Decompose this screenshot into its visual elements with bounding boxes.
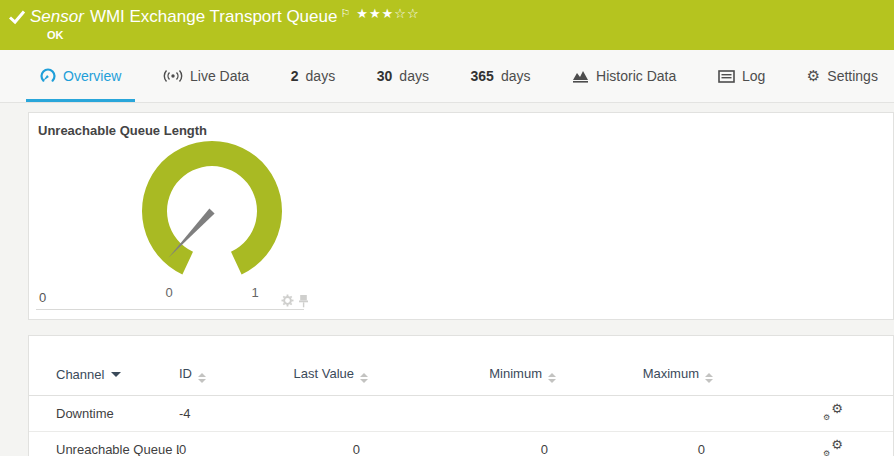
flag-icon[interactable]: ⚐	[340, 7, 350, 20]
tab-settings[interactable]: ⚙ Settings	[793, 50, 892, 102]
channel-table-panel: Channel ID Last Value Minimum Maximum	[28, 335, 894, 456]
channel-settings-gears-icon[interactable]: ⚙ ⚙	[823, 440, 843, 456]
sort-icon	[198, 373, 206, 383]
gauge-needle	[168, 209, 214, 258]
column-header-channel-label: Channel	[56, 367, 104, 382]
column-header-id-label: ID	[179, 366, 192, 381]
unreachable-queue-length-gauge: 0 1	[112, 136, 312, 304]
channel-last-value	[274, 396, 374, 432]
pin-icon[interactable]	[298, 294, 309, 308]
channel-settings-gears-icon[interactable]: ⚙ ⚙	[823, 404, 843, 420]
sensor-status-header: Sensor WMI Exchange Transport Queue ⚐ ★★…	[0, 0, 894, 50]
gauge-arc	[142, 141, 282, 274]
tab-30-days[interactable]: 30 days	[363, 50, 443, 102]
tab-30-days-label: days	[399, 68, 429, 84]
tab-log[interactable]: Log	[704, 50, 779, 102]
channel-minimum: 0	[374, 432, 562, 456]
column-header-minimum[interactable]: Minimum	[374, 336, 562, 396]
column-header-minimum-label: Minimum	[489, 366, 542, 381]
channel-last-value: 0	[274, 432, 374, 456]
channel-maximum	[562, 396, 719, 432]
tab-365-days[interactable]: 365 days	[457, 50, 545, 102]
channel-table: Channel ID Last Value Minimum Maximum	[29, 336, 894, 456]
gauge-footer-divider	[36, 309, 304, 310]
tab-live-data-label: Live Data	[190, 68, 249, 84]
status-badge: OK	[47, 29, 64, 41]
sort-icon	[360, 373, 368, 383]
stars-filled[interactable]: ★★★	[356, 6, 394, 21]
gauge-scale-min: 0	[165, 285, 172, 300]
column-header-actions	[719, 336, 894, 396]
widget-gear-icon[interactable]	[281, 294, 294, 307]
tab-2-days-number: 2	[291, 68, 299, 84]
channel-name[interactable]: Unreachable Queue Len...	[29, 432, 179, 456]
sort-desc-icon	[111, 372, 121, 377]
gauge-icon	[40, 68, 56, 84]
tab-overview-label: Overview	[63, 68, 121, 84]
tab-live-data[interactable]: Live Data	[149, 50, 263, 102]
tab-2-days[interactable]: 2 days	[277, 50, 349, 102]
channel-id: 0	[179, 432, 274, 456]
sort-icon	[548, 373, 556, 383]
tab-log-label: Log	[742, 68, 765, 84]
tab-settings-label: Settings	[827, 68, 878, 84]
column-header-maximum-label: Maximum	[643, 366, 699, 381]
channel-name[interactable]: Downtime	[29, 396, 179, 432]
gauge-scale-max: 1	[251, 285, 258, 300]
column-header-maximum[interactable]: Maximum	[562, 336, 719, 396]
page-title: WMI Exchange Transport Queue	[90, 7, 338, 27]
column-header-last-value-label: Last Value	[294, 366, 354, 381]
object-kind-label: Sensor	[30, 7, 84, 27]
tab-365-days-label: days	[501, 68, 531, 84]
status-ok-checkmark-icon	[8, 8, 26, 26]
stars-empty[interactable]: ☆☆	[394, 6, 419, 21]
area-chart-icon	[572, 69, 589, 83]
channel-id: -4	[179, 396, 274, 432]
gauge-axis-zero-label: 0	[39, 290, 46, 305]
priority-stars[interactable]: ★★★☆☆	[356, 6, 419, 21]
column-header-last-value[interactable]: Last Value	[274, 336, 374, 396]
tab-historic-data-label: Historic Data	[596, 68, 676, 84]
log-list-icon	[718, 70, 735, 83]
tab-overview[interactable]: Overview	[26, 50, 135, 102]
tab-30-days-number: 30	[377, 68, 393, 84]
tab-historic-data[interactable]: Historic Data	[558, 50, 690, 102]
tab-2-days-label: days	[306, 68, 336, 84]
column-header-id[interactable]: ID	[179, 336, 274, 396]
channel-minimum	[374, 396, 562, 432]
tab-365-days-number: 365	[471, 68, 494, 84]
column-header-channel[interactable]: Channel	[29, 336, 179, 396]
channel-maximum: 0	[562, 432, 719, 456]
table-row-unreachable-queue-length[interactable]: Unreachable Queue Len... 0 0 0 0 ⚙ ⚙	[29, 432, 894, 456]
sort-icon	[705, 373, 713, 383]
table-row-downtime[interactable]: Downtime -4 ⚙ ⚙	[29, 396, 894, 432]
gear-icon: ⚙	[807, 69, 820, 84]
broadcast-icon	[163, 69, 183, 83]
tab-bar: Overview Live Data 2 days 30 days 365 da…	[0, 50, 894, 103]
gauge-panel: Unreachable Queue Length 0 1 0	[28, 112, 894, 320]
